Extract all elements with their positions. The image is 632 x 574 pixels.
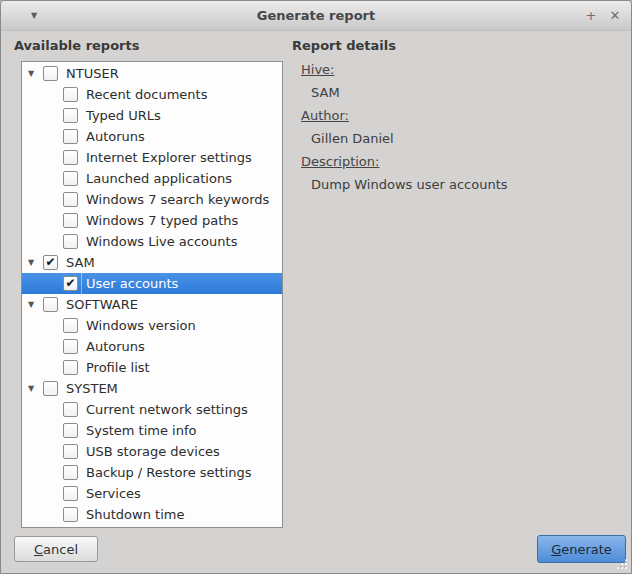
- checkbox-unchecked[interactable]: [43, 381, 58, 396]
- checkbox-unchecked[interactable]: [63, 444, 78, 459]
- tree-row[interactable]: ▼NTUSER: [22, 63, 282, 84]
- cancel-button[interactable]: Cancel: [14, 536, 98, 562]
- tree-row[interactable]: Windows 7 typed paths: [22, 210, 282, 231]
- report-details-header: Report details: [292, 38, 396, 53]
- tree-row-label: System time info: [86, 423, 197, 438]
- tree-row-label: Internet Explorer settings: [86, 150, 252, 165]
- tree-row[interactable]: ✔User accounts: [22, 273, 282, 294]
- tree-row-label: Windows Live accounts: [86, 234, 237, 249]
- checkbox-unchecked[interactable]: [63, 339, 78, 354]
- tree-row[interactable]: Services: [22, 483, 282, 504]
- tree-row-label: Typed URLs: [86, 108, 161, 123]
- expander-open-icon[interactable]: ▼: [28, 69, 43, 78]
- checkbox-unchecked[interactable]: [63, 150, 78, 165]
- window-controls: + ✕: [583, 1, 623, 30]
- description-label: Description:: [301, 150, 508, 173]
- tree-row-label: SOFTWARE: [66, 297, 138, 312]
- checkbox-unchecked[interactable]: [63, 423, 78, 438]
- maximize-icon: +: [586, 8, 597, 23]
- author-label: Author:: [301, 104, 508, 127]
- checkbox-checked[interactable]: ✔: [63, 276, 78, 291]
- available-reports-header: Available reports: [14, 38, 139, 53]
- tree-row-label: Backup / Restore settings: [86, 465, 252, 480]
- tree-row[interactable]: Windows version: [22, 315, 282, 336]
- description-value: Dump Windows user accounts: [301, 173, 508, 196]
- tree-row-label: Windows version: [86, 318, 196, 333]
- checkbox-checked[interactable]: ✔: [43, 255, 58, 270]
- checkbox-unchecked[interactable]: [43, 66, 58, 81]
- tree-row-label: Services: [86, 486, 141, 501]
- checkbox-unchecked[interactable]: [63, 171, 78, 186]
- expander-open-icon[interactable]: ▼: [28, 258, 43, 267]
- checkbox-unchecked[interactable]: [63, 129, 78, 144]
- tree-row-label: Windows 7 typed paths: [86, 213, 238, 228]
- checkbox-unchecked[interactable]: [63, 234, 78, 249]
- maximize-button[interactable]: +: [583, 8, 599, 24]
- tree-row-label: Recent documents: [86, 87, 207, 102]
- tree-row[interactable]: Windows 7 search keywords: [22, 189, 282, 210]
- generate-report-dialog: ▼ Generate report + ✕ Available reports …: [0, 0, 632, 574]
- tree-row[interactable]: Shutdown time: [22, 504, 282, 525]
- hive-label: Hive:: [301, 58, 508, 81]
- tree-row[interactable]: Internet Explorer settings: [22, 147, 282, 168]
- author-value: Gillen Daniel: [301, 127, 508, 150]
- tree-row-label: Autoruns: [86, 339, 145, 354]
- expander-open-icon[interactable]: ▼: [28, 300, 43, 309]
- window-menu-triangle-icon: ▼: [31, 11, 37, 20]
- tree-row-label: SAM: [66, 255, 95, 270]
- tree-row-label: Shutdown time: [86, 507, 184, 522]
- tree-row[interactable]: ▼SYSTEM: [22, 378, 282, 399]
- window-title: Generate report: [1, 1, 631, 30]
- tree-row-label: Windows 7 search keywords: [86, 192, 269, 207]
- checkbox-unchecked[interactable]: [63, 507, 78, 522]
- checkbox-unchecked[interactable]: [63, 192, 78, 207]
- tree-row[interactable]: Recent documents: [22, 84, 282, 105]
- tree-row-label: USB storage devices: [86, 444, 220, 459]
- expander-open-icon[interactable]: ▼: [28, 384, 43, 393]
- generate-button[interactable]: Generate: [537, 535, 626, 563]
- tree-row[interactable]: Backup / Restore settings: [22, 462, 282, 483]
- tree-row[interactable]: Launched applications: [22, 168, 282, 189]
- tree-row[interactable]: Typed URLs: [22, 105, 282, 126]
- tree-row[interactable]: Profile list: [22, 357, 282, 378]
- report-details-panel: Hive: SAM Author: Gillen Daniel Descript…: [301, 58, 508, 196]
- tree-row[interactable]: Autoruns: [22, 126, 282, 147]
- tree-row-label: Launched applications: [86, 171, 232, 186]
- tree-row-label: SYSTEM: [66, 381, 118, 396]
- cancel-button-label: Cancel: [34, 542, 78, 557]
- generate-button-label: Generate: [551, 542, 612, 557]
- checkbox-unchecked[interactable]: [63, 465, 78, 480]
- checkbox-unchecked[interactable]: [63, 108, 78, 123]
- tree-row[interactable]: System time info: [22, 420, 282, 441]
- checkbox-unchecked[interactable]: [63, 360, 78, 375]
- tree-row[interactable]: ▼✔SAM: [22, 252, 282, 273]
- tree-row-label: NTUSER: [66, 66, 119, 81]
- tree-row-label: User accounts: [86, 276, 178, 291]
- tree-row[interactable]: Windows Live accounts: [22, 231, 282, 252]
- checkbox-unchecked[interactable]: [63, 402, 78, 417]
- tree-row-label: Profile list: [86, 360, 150, 375]
- tree-row[interactable]: Autoruns: [22, 336, 282, 357]
- checkbox-unchecked[interactable]: [63, 486, 78, 501]
- tree-row[interactable]: ▼SOFTWARE: [22, 294, 282, 315]
- tree-row[interactable]: USB storage devices: [22, 441, 282, 462]
- tree-row-label: Current network settings: [86, 402, 248, 417]
- checkbox-unchecked[interactable]: [43, 297, 58, 312]
- close-icon: ✕: [610, 8, 621, 23]
- tree-row-label: Autoruns: [86, 129, 145, 144]
- checkbox-unchecked[interactable]: [63, 87, 78, 102]
- tree-row[interactable]: Current network settings: [22, 399, 282, 420]
- checkbox-unchecked[interactable]: [63, 213, 78, 228]
- hive-value: SAM: [301, 81, 508, 104]
- checkbox-unchecked[interactable]: [63, 318, 78, 333]
- close-button[interactable]: ✕: [607, 8, 623, 24]
- titlebar[interactable]: ▼ Generate report + ✕: [1, 1, 631, 31]
- window-menu-button[interactable]: ▼: [25, 1, 43, 30]
- report-tree[interactable]: ▼NTUSERRecent documentsTyped URLsAutorun…: [21, 61, 283, 528]
